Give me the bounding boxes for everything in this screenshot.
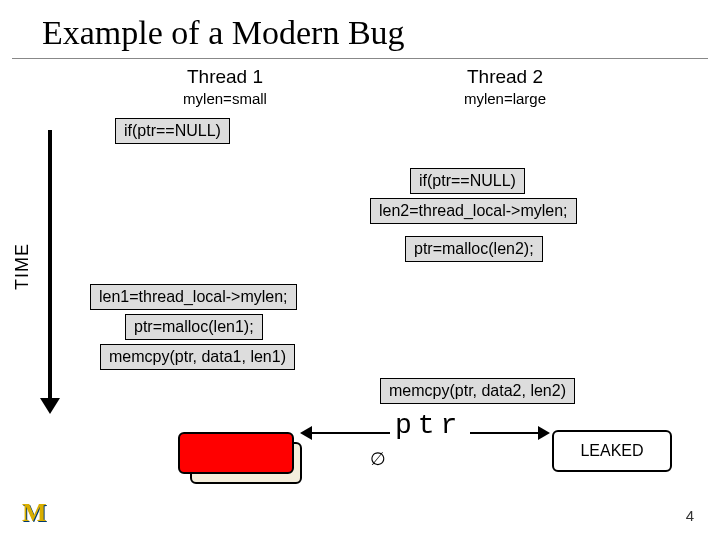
mem-block-leaked: LEAKED [552, 430, 672, 472]
thread1-subheader: mylen=small [150, 90, 300, 107]
thread2-subheader: mylen=large [430, 90, 580, 107]
t1-step-ifnull: if(ptr==NULL) [115, 118, 230, 144]
t2-step-ifnull: if(ptr==NULL) [410, 168, 525, 194]
t2-step-len: len2=thread_local->mylen; [370, 198, 577, 224]
ptr-arrow-right [470, 432, 548, 434]
null-symbol: ∅ [370, 448, 386, 470]
t2-step-memcpy: memcpy(ptr, data2, len2) [380, 378, 575, 404]
time-axis-label: TIME [12, 243, 33, 290]
t1-step-len: len1=thread_local->mylen; [90, 284, 297, 310]
ptr-arrow-left [302, 432, 390, 434]
slide-title: Example of a Modern Bug [12, 0, 708, 59]
thread1-header: Thread 1 [150, 66, 300, 88]
michigan-logo: M [22, 498, 47, 528]
t1-step-memcpy: memcpy(ptr, data1, len1) [100, 344, 295, 370]
ptr-label: ptr [395, 410, 463, 441]
time-arrow [48, 130, 52, 410]
leaked-label: LEAKED [580, 442, 643, 460]
t1-step-malloc: ptr=malloc(len1); [125, 314, 263, 340]
t2-step-malloc: ptr=malloc(len2); [405, 236, 543, 262]
page-number: 4 [686, 507, 694, 524]
mem-block-overwritten [178, 432, 294, 474]
thread2-header: Thread 2 [430, 66, 580, 88]
